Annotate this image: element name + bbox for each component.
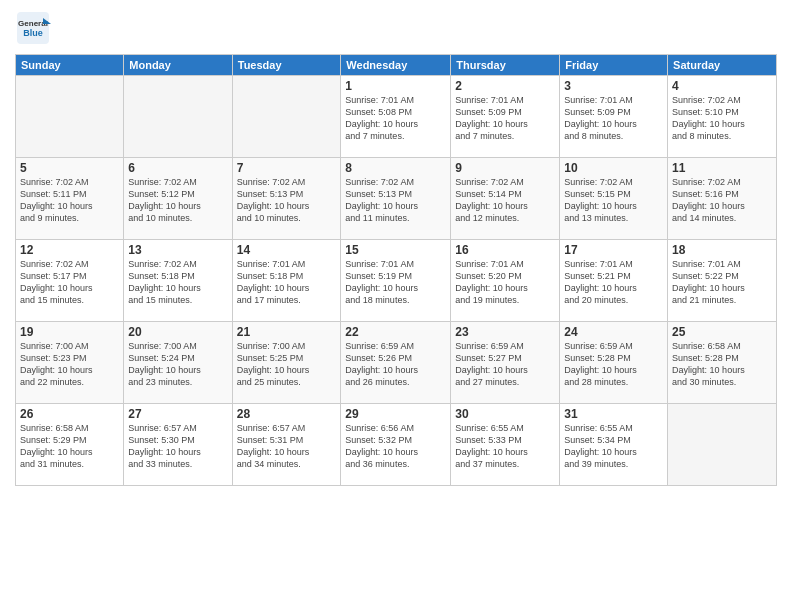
day-info: Sunrise: 7:00 AM Sunset: 5:23 PM Dayligh… bbox=[20, 340, 119, 389]
header-sunday: Sunday bbox=[16, 55, 124, 76]
day-number: 28 bbox=[237, 407, 337, 421]
day-number: 5 bbox=[20, 161, 119, 175]
calendar-cell: 20Sunrise: 7:00 AM Sunset: 5:24 PM Dayli… bbox=[124, 322, 232, 404]
day-number: 10 bbox=[564, 161, 663, 175]
day-number: 12 bbox=[20, 243, 119, 257]
day-number: 2 bbox=[455, 79, 555, 93]
day-info: Sunrise: 6:56 AM Sunset: 5:32 PM Dayligh… bbox=[345, 422, 446, 471]
header-thursday: Thursday bbox=[451, 55, 560, 76]
day-number: 1 bbox=[345, 79, 446, 93]
calendar-cell: 15Sunrise: 7:01 AM Sunset: 5:19 PM Dayli… bbox=[341, 240, 451, 322]
day-number: 8 bbox=[345, 161, 446, 175]
calendar-cell: 5Sunrise: 7:02 AM Sunset: 5:11 PM Daylig… bbox=[16, 158, 124, 240]
day-info: Sunrise: 6:57 AM Sunset: 5:31 PM Dayligh… bbox=[237, 422, 337, 471]
day-info: Sunrise: 7:02 AM Sunset: 5:11 PM Dayligh… bbox=[20, 176, 119, 225]
calendar-cell: 12Sunrise: 7:02 AM Sunset: 5:17 PM Dayli… bbox=[16, 240, 124, 322]
day-number: 29 bbox=[345, 407, 446, 421]
day-info: Sunrise: 6:59 AM Sunset: 5:26 PM Dayligh… bbox=[345, 340, 446, 389]
day-info: Sunrise: 7:02 AM Sunset: 5:17 PM Dayligh… bbox=[20, 258, 119, 307]
day-number: 17 bbox=[564, 243, 663, 257]
day-number: 20 bbox=[128, 325, 227, 339]
calendar-cell: 10Sunrise: 7:02 AM Sunset: 5:15 PM Dayli… bbox=[560, 158, 668, 240]
day-info: Sunrise: 7:01 AM Sunset: 5:21 PM Dayligh… bbox=[564, 258, 663, 307]
calendar-week-row: 19Sunrise: 7:00 AM Sunset: 5:23 PM Dayli… bbox=[16, 322, 777, 404]
day-number: 16 bbox=[455, 243, 555, 257]
calendar-cell: 29Sunrise: 6:56 AM Sunset: 5:32 PM Dayli… bbox=[341, 404, 451, 486]
day-number: 27 bbox=[128, 407, 227, 421]
calendar-cell: 24Sunrise: 6:59 AM Sunset: 5:28 PM Dayli… bbox=[560, 322, 668, 404]
calendar-cell: 1Sunrise: 7:01 AM Sunset: 5:08 PM Daylig… bbox=[341, 76, 451, 158]
calendar-cell: 23Sunrise: 6:59 AM Sunset: 5:27 PM Dayli… bbox=[451, 322, 560, 404]
header-friday: Friday bbox=[560, 55, 668, 76]
day-info: Sunrise: 7:00 AM Sunset: 5:25 PM Dayligh… bbox=[237, 340, 337, 389]
day-number: 25 bbox=[672, 325, 772, 339]
day-number: 31 bbox=[564, 407, 663, 421]
day-number: 6 bbox=[128, 161, 227, 175]
day-info: Sunrise: 7:02 AM Sunset: 5:13 PM Dayligh… bbox=[345, 176, 446, 225]
day-number: 26 bbox=[20, 407, 119, 421]
day-number: 14 bbox=[237, 243, 337, 257]
day-info: Sunrise: 7:01 AM Sunset: 5:20 PM Dayligh… bbox=[455, 258, 555, 307]
day-info: Sunrise: 7:01 AM Sunset: 5:09 PM Dayligh… bbox=[455, 94, 555, 143]
day-number: 3 bbox=[564, 79, 663, 93]
day-info: Sunrise: 7:01 AM Sunset: 5:18 PM Dayligh… bbox=[237, 258, 337, 307]
day-info: Sunrise: 7:02 AM Sunset: 5:14 PM Dayligh… bbox=[455, 176, 555, 225]
day-info: Sunrise: 7:01 AM Sunset: 5:19 PM Dayligh… bbox=[345, 258, 446, 307]
calendar-cell: 13Sunrise: 7:02 AM Sunset: 5:18 PM Dayli… bbox=[124, 240, 232, 322]
calendar-week-row: 12Sunrise: 7:02 AM Sunset: 5:17 PM Dayli… bbox=[16, 240, 777, 322]
logo: General Blue bbox=[15, 10, 51, 46]
calendar-cell: 18Sunrise: 7:01 AM Sunset: 5:22 PM Dayli… bbox=[668, 240, 777, 322]
calendar-cell bbox=[16, 76, 124, 158]
calendar-cell: 25Sunrise: 6:58 AM Sunset: 5:28 PM Dayli… bbox=[668, 322, 777, 404]
day-info: Sunrise: 7:02 AM Sunset: 5:15 PM Dayligh… bbox=[564, 176, 663, 225]
svg-text:Blue: Blue bbox=[23, 28, 43, 38]
day-number: 13 bbox=[128, 243, 227, 257]
calendar-cell: 4Sunrise: 7:02 AM Sunset: 5:10 PM Daylig… bbox=[668, 76, 777, 158]
day-info: Sunrise: 7:02 AM Sunset: 5:12 PM Dayligh… bbox=[128, 176, 227, 225]
day-info: Sunrise: 6:55 AM Sunset: 5:34 PM Dayligh… bbox=[564, 422, 663, 471]
day-info: Sunrise: 7:02 AM Sunset: 5:13 PM Dayligh… bbox=[237, 176, 337, 225]
calendar-cell: 17Sunrise: 7:01 AM Sunset: 5:21 PM Dayli… bbox=[560, 240, 668, 322]
day-info: Sunrise: 7:00 AM Sunset: 5:24 PM Dayligh… bbox=[128, 340, 227, 389]
calendar-cell: 16Sunrise: 7:01 AM Sunset: 5:20 PM Dayli… bbox=[451, 240, 560, 322]
day-info: Sunrise: 6:59 AM Sunset: 5:27 PM Dayligh… bbox=[455, 340, 555, 389]
header-monday: Monday bbox=[124, 55, 232, 76]
calendar-cell: 26Sunrise: 6:58 AM Sunset: 5:29 PM Dayli… bbox=[16, 404, 124, 486]
calendar-page: General Blue Sunday Monday Tuesday Wedne… bbox=[0, 0, 792, 612]
calendar-cell: 2Sunrise: 7:01 AM Sunset: 5:09 PM Daylig… bbox=[451, 76, 560, 158]
calendar-cell: 3Sunrise: 7:01 AM Sunset: 5:09 PM Daylig… bbox=[560, 76, 668, 158]
calendar-week-row: 26Sunrise: 6:58 AM Sunset: 5:29 PM Dayli… bbox=[16, 404, 777, 486]
day-number: 18 bbox=[672, 243, 772, 257]
day-number: 24 bbox=[564, 325, 663, 339]
calendar-cell: 21Sunrise: 7:00 AM Sunset: 5:25 PM Dayli… bbox=[232, 322, 341, 404]
day-info: Sunrise: 7:01 AM Sunset: 5:09 PM Dayligh… bbox=[564, 94, 663, 143]
calendar-cell: 9Sunrise: 7:02 AM Sunset: 5:14 PM Daylig… bbox=[451, 158, 560, 240]
calendar-cell: 6Sunrise: 7:02 AM Sunset: 5:12 PM Daylig… bbox=[124, 158, 232, 240]
header-tuesday: Tuesday bbox=[232, 55, 341, 76]
day-number: 15 bbox=[345, 243, 446, 257]
day-info: Sunrise: 7:01 AM Sunset: 5:22 PM Dayligh… bbox=[672, 258, 772, 307]
calendar-cell: 28Sunrise: 6:57 AM Sunset: 5:31 PM Dayli… bbox=[232, 404, 341, 486]
logo-icon: General Blue bbox=[15, 10, 51, 46]
day-info: Sunrise: 6:59 AM Sunset: 5:28 PM Dayligh… bbox=[564, 340, 663, 389]
day-info: Sunrise: 7:02 AM Sunset: 5:18 PM Dayligh… bbox=[128, 258, 227, 307]
calendar-cell bbox=[232, 76, 341, 158]
day-number: 11 bbox=[672, 161, 772, 175]
calendar-cell: 30Sunrise: 6:55 AM Sunset: 5:33 PM Dayli… bbox=[451, 404, 560, 486]
day-number: 7 bbox=[237, 161, 337, 175]
calendar-cell: 7Sunrise: 7:02 AM Sunset: 5:13 PM Daylig… bbox=[232, 158, 341, 240]
calendar-week-row: 1Sunrise: 7:01 AM Sunset: 5:08 PM Daylig… bbox=[16, 76, 777, 158]
day-number: 21 bbox=[237, 325, 337, 339]
day-number: 30 bbox=[455, 407, 555, 421]
day-number: 19 bbox=[20, 325, 119, 339]
day-info: Sunrise: 6:58 AM Sunset: 5:28 PM Dayligh… bbox=[672, 340, 772, 389]
header-wednesday: Wednesday bbox=[341, 55, 451, 76]
calendar-cell: 27Sunrise: 6:57 AM Sunset: 5:30 PM Dayli… bbox=[124, 404, 232, 486]
day-info: Sunrise: 6:57 AM Sunset: 5:30 PM Dayligh… bbox=[128, 422, 227, 471]
day-number: 23 bbox=[455, 325, 555, 339]
weekday-header-row: Sunday Monday Tuesday Wednesday Thursday… bbox=[16, 55, 777, 76]
calendar-table: Sunday Monday Tuesday Wednesday Thursday… bbox=[15, 54, 777, 486]
header: General Blue bbox=[15, 10, 777, 46]
calendar-cell bbox=[668, 404, 777, 486]
day-number: 9 bbox=[455, 161, 555, 175]
